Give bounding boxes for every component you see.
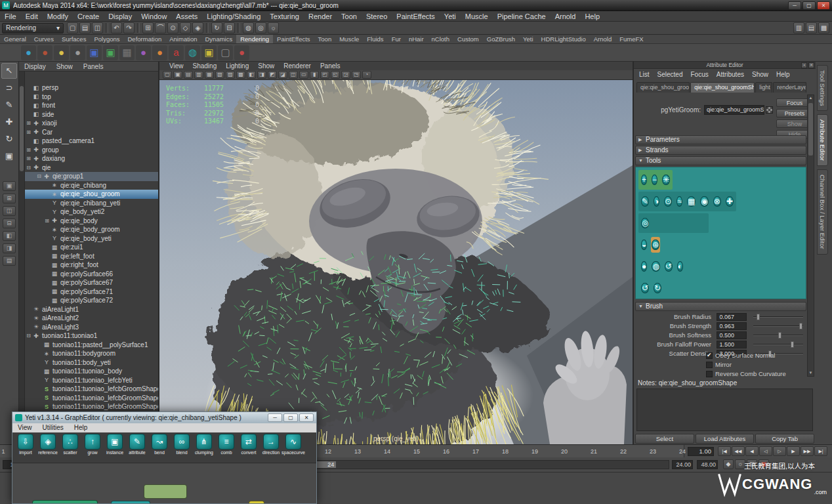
outliner-item[interactable]: ▦ qie:polySurface66: [25, 270, 158, 279]
shelf-tab[interactable]: Surfaces: [58, 35, 91, 43]
yeti-node-tool[interactable]: ∴ scatter: [59, 434, 81, 461]
sculpt-tool-icon[interactable]: ◒: [640, 237, 648, 253]
add-strand-tool-icon[interactable]: +: [640, 172, 648, 188]
viewport-toolbar-icon[interactable]: ▭: [299, 71, 308, 79]
parameters-section-header[interactable]: ▶ Parameters: [635, 135, 806, 144]
viewport-toolbar-icon[interactable]: ▤: [184, 71, 193, 79]
outliner-item[interactable]: ◧ front: [25, 101, 158, 110]
menubar-item[interactable]: Modify: [43, 11, 73, 21]
viewport-toolbar-icon[interactable]: ▮: [310, 71, 319, 79]
separator[interactable]: [238, 23, 240, 33]
ipr-render-icon[interactable]: ◎: [255, 22, 266, 33]
slider-handle[interactable]: [791, 341, 794, 348]
outliner-item[interactable]: ∗ qie:qie_chibang: [25, 181, 158, 190]
graph-node[interactable]: [144, 484, 187, 499]
viewport-toolbar-icon[interactable]: ◩: [268, 71, 277, 79]
separator[interactable]: [137, 23, 140, 33]
shelf-tab[interactable]: nCloth: [428, 35, 453, 43]
expand-toggle-icon[interactable]: ⊞: [43, 218, 51, 224]
undo-icon[interactable]: ↶: [111, 22, 122, 33]
viewport-menu-item[interactable]: Shading: [188, 62, 222, 70]
viewport-toolbar-icon[interactable]: ▧: [215, 71, 224, 79]
auto-key-icon[interactable]: ◆: [723, 459, 734, 469]
outliner-item[interactable]: S tuoniao11:tuoniao_lefcbGroomShape_stra…: [25, 385, 158, 394]
erase-tool-icon[interactable]: ⊗: [713, 194, 722, 209]
slider-handle[interactable]: [778, 332, 781, 339]
wind-tool-icon[interactable]: ◑: [653, 194, 660, 209]
expand-toggle-icon[interactable]: ⊞: [25, 129, 32, 135]
show-tool-settings-icon[interactable]: ▩: [818, 22, 829, 33]
shelf-texture-icon[interactable]: ▦: [119, 45, 135, 60]
outliner-item[interactable]: ⊟ ✚ qie:group1: [25, 172, 158, 181]
construction-history-icon[interactable]: ↻: [211, 22, 222, 33]
select-button[interactable]: Select: [635, 434, 694, 444]
load-attributes-button[interactable]: Load Attributes: [696, 434, 755, 444]
scale-tool-icon[interactable]: ▣: [1, 148, 17, 164]
checkbox-option[interactable]: Mirror: [706, 360, 732, 369]
shelf-shaded-ball-icon[interactable]: ●: [37, 45, 52, 60]
yeti-node-tool[interactable]: ↑ grow: [81, 434, 104, 461]
rotate-ccw-tool-icon[interactable]: ↺: [640, 280, 650, 296]
yeti-menu-item[interactable]: View: [12, 423, 37, 432]
layout-three-split-icon[interactable]: ◧: [3, 231, 16, 241]
checkbox-icon[interactable]: [706, 352, 713, 359]
expand-toggle-icon[interactable]: ⊟: [35, 173, 43, 179]
brush-parameter-slider[interactable]: [753, 341, 803, 348]
viewport-menu-item[interactable]: Panels: [316, 62, 345, 70]
node-name-field[interactable]: qie:qie_shou_groomShape: [704, 105, 764, 115]
script-editor-icon[interactable]: ▤: [747, 459, 757, 469]
strands-section-header[interactable]: ▶ Strands: [635, 146, 806, 155]
current-time-field[interactable]: 1.00: [688, 447, 714, 456]
texture-swatch-icon[interactable]: [766, 106, 773, 114]
shelf-tab[interactable]: HDRLightStudio: [537, 35, 590, 43]
play-backwards-button[interactable]: ◁: [759, 446, 772, 456]
twist-tool-icon[interactable]: ↺: [664, 259, 673, 274]
outliner-item[interactable]: ▦ tuoniao11:tuoniao_body: [25, 367, 158, 376]
step-back-key-button[interactable]: ◀: [745, 446, 759, 456]
move-tool-icon[interactable]: ✚: [1, 114, 17, 130]
menubar-item[interactable]: Assets: [171, 11, 202, 21]
viewport-menu-item[interactable]: View: [165, 62, 188, 70]
outliner-item[interactable]: ▦ qie:polySurface72: [25, 296, 158, 305]
outliner-item[interactable]: ☀ aiAreaLight2: [25, 314, 158, 323]
shelf-tab[interactable]: Custom: [453, 35, 483, 43]
make-live-icon[interactable]: ◈: [192, 22, 203, 33]
yeti-node-tool[interactable]: ∿ spacecurve: [282, 434, 304, 461]
yeti-node-tool[interactable]: → direction: [260, 434, 282, 461]
shelf-tab[interactable]: Arnold: [590, 35, 615, 43]
shelf-gray-ball-icon[interactable]: ●: [70, 45, 85, 60]
mesh-sphere-tool-icon[interactable]: ◍: [651, 259, 660, 274]
menubar-item[interactable]: Pipeline Cache: [493, 11, 551, 21]
select-hierarchy-icon[interactable]: ⊟: [224, 22, 235, 33]
yeti-node-tool[interactable]: ↝ bend: [148, 434, 171, 461]
menu-set-dropdown[interactable]: Rendering ▾: [2, 23, 64, 33]
yeti-window-titlebar[interactable]: Yeti v1.3.14 - GraphEditor ( currently v…: [12, 412, 316, 423]
checkbox-icon[interactable]: [706, 371, 713, 377]
snap-grid-icon[interactable]: ⊞: [142, 22, 154, 33]
outliner-item[interactable]: ☀ aiAreaLight1: [25, 305, 158, 314]
menubar-item[interactable]: Window: [136, 11, 171, 21]
graph-node[interactable]: [32, 500, 98, 503]
yeti-minimize-button[interactable]: ─: [268, 413, 282, 422]
ball-collide-tool-icon[interactable]: ◉: [699, 194, 709, 209]
select-tool-icon[interactable]: ↖: [1, 63, 17, 79]
range-end-field[interactable]: 24.00: [672, 460, 693, 469]
snap-plane-icon[interactable]: ◇: [180, 22, 191, 33]
viewport-toolbar-icon[interactable]: ◨: [257, 71, 266, 79]
outliner-item[interactable]: ∗ qie:qie_shou_groom: [25, 190, 158, 199]
yeti-menu-item[interactable]: Utilities: [37, 423, 69, 432]
copy-tab-button[interactable]: Copy Tab: [755, 434, 814, 444]
outliner-item[interactable]: ☀ aiAreaLight3: [25, 323, 158, 332]
expand-toggle-icon[interactable]: ⊟: [25, 333, 32, 339]
viewport-toolbar-icon[interactable]: ◪: [278, 71, 287, 79]
rotate-tool-icon[interactable]: ↻: [1, 131, 17, 147]
close-button[interactable]: ✕: [817, 1, 830, 10]
attribute-editor-tab[interactable]: renderLaye: [773, 82, 806, 93]
shelf-tab[interactable]: Polygons: [90, 35, 123, 43]
redo-icon[interactable]: ↷: [123, 22, 135, 33]
delete-strand-tool-icon[interactable]: −: [651, 172, 658, 188]
shelf-tab[interactable]: FumeFX: [615, 35, 647, 43]
expand-toggle-icon[interactable]: ⊞: [25, 147, 32, 153]
show-channel-box-icon[interactable]: ▥: [793, 22, 804, 33]
expand-toggle-icon[interactable]: ⊞: [25, 120, 32, 126]
